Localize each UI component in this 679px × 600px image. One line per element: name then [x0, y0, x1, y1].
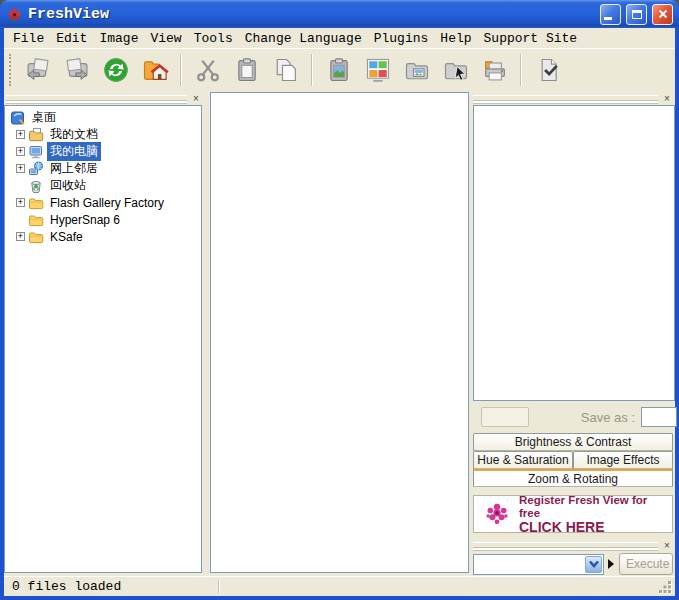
file-list-panel[interactable]: [210, 92, 469, 573]
image-folder-button[interactable]: [397, 51, 436, 89]
toolbar: [4, 48, 675, 90]
tab-hue-saturation[interactable]: Hue & Saturation: [473, 451, 573, 469]
disabled-field: [481, 407, 529, 427]
chevron-down-icon: [587, 558, 601, 570]
thumbnails-icon: [364, 56, 392, 84]
tree-item-desktop[interactable]: 桌面: [5, 109, 201, 126]
expand-icon[interactable]: +: [16, 232, 25, 241]
printer-icon: [481, 56, 509, 84]
check-page-icon: [534, 56, 562, 84]
panel-gripper[interactable]: [6, 95, 187, 101]
computer-icon: [28, 144, 44, 160]
expand-icon[interactable]: +: [16, 147, 25, 156]
clipboard-icon: [233, 56, 261, 84]
copy-button[interactable]: [266, 51, 305, 89]
close-panel-icon[interactable]: ×: [661, 92, 673, 104]
scissors-icon: [194, 56, 222, 84]
toolbar-separator: [180, 54, 182, 86]
close-panel-icon[interactable]: ×: [190, 92, 202, 104]
toolbar-separator: [520, 54, 522, 86]
apply-button[interactable]: [528, 51, 567, 89]
expand-icon[interactable]: +: [16, 198, 25, 207]
register-banner[interactable]: Register Fresh View for free CLICK HERE: [473, 495, 673, 533]
close-button[interactable]: [652, 4, 673, 25]
tree-item-ksafe[interactable]: + KSafe: [5, 228, 201, 245]
folder-cursor-icon: [442, 56, 470, 84]
paste-image-button[interactable]: [319, 51, 358, 89]
close-icon: [656, 7, 670, 21]
menu-plugins[interactable]: Plugins: [368, 29, 435, 48]
network-icon: [28, 161, 44, 177]
menu-help[interactable]: Help: [434, 29, 477, 48]
menu-edit[interactable]: Edit: [50, 29, 93, 48]
statusbar-separator: [218, 580, 220, 593]
folder-icon: [28, 195, 44, 211]
back-button[interactable]: [18, 51, 57, 89]
tree-item-hypersnap-6[interactable]: HyperSnap 6: [5, 211, 201, 228]
tab-brightness-contrast[interactable]: Brightness & Contrast: [473, 433, 673, 451]
tree-item-recycle-bin[interactable]: 回收站: [5, 177, 201, 194]
menu-file[interactable]: File: [7, 29, 50, 48]
menu-tools[interactable]: Tools: [188, 29, 239, 48]
tab-image-effects[interactable]: Image Effects: [573, 451, 673, 469]
forward-button[interactable]: [57, 51, 96, 89]
execute-row: Execute: [471, 551, 675, 576]
resize-grip-icon[interactable]: [659, 581, 672, 594]
folder-tree: 桌面 + 我的文档 + 我的电脑 + 网上邻居: [4, 105, 202, 573]
tree-item-flash-gallery-factory[interactable]: + Flash Gallery Factory: [5, 194, 201, 211]
delete-folder-button[interactable]: [436, 51, 475, 89]
tree-item-my-documents[interactable]: + 我的文档: [5, 126, 201, 143]
image-folder-icon: [403, 56, 431, 84]
tree-item-my-computer[interactable]: + 我的电脑: [5, 143, 201, 160]
editor-tabs: Brightness & Contrast Hue & Saturation I…: [471, 433, 675, 487]
expand-icon[interactable]: +: [16, 164, 25, 173]
menu-view[interactable]: View: [144, 29, 187, 48]
toolbar-separator: [311, 54, 313, 86]
flower-icon: [484, 501, 510, 527]
combobox-value: [474, 555, 584, 574]
refresh-button[interactable]: [96, 51, 135, 89]
menu-support-site[interactable]: Support Site: [478, 29, 584, 48]
tree-panel-header[interactable]: ×: [4, 92, 204, 104]
folder-icon: [28, 212, 44, 228]
panel-gripper[interactable]: [473, 542, 658, 548]
tree-item-label: HyperSnap 6: [47, 212, 123, 228]
tree-item-label: Flash Gallery Factory: [47, 195, 167, 211]
toolbar-grip[interactable]: [9, 54, 13, 86]
expand-icon[interactable]: +: [16, 130, 25, 139]
documents-folder-icon: [28, 127, 44, 143]
forward-icon: [63, 56, 91, 84]
clipboard-image-icon: [325, 56, 353, 84]
paste-button[interactable]: [227, 51, 266, 89]
black-arrow-icon: [608, 559, 614, 569]
folder-tree-panel: × 桌面 + 我的文档 + 我的电脑 +: [4, 92, 204, 576]
close-panel-icon[interactable]: ×: [661, 539, 673, 551]
maximize-button[interactable]: [626, 4, 647, 25]
panel-gripper[interactable]: [473, 95, 658, 101]
preview-panel-header[interactable]: ×: [471, 92, 675, 104]
tab-zoom-rotating[interactable]: Zoom & Rotating: [473, 469, 673, 487]
menu-change-language[interactable]: Change Language: [239, 29, 368, 48]
save-as-input[interactable]: [641, 407, 677, 427]
status-text: 0 files loaded: [12, 579, 218, 594]
action-combobox[interactable]: [473, 554, 604, 575]
combobox-arrow-button[interactable]: [585, 556, 602, 573]
folder-icon: [28, 229, 44, 245]
main-area: × 桌面 + 我的文档 + 我的电脑 +: [4, 90, 675, 576]
save-as-label: Save as :: [581, 410, 641, 425]
minimize-button[interactable]: [600, 4, 621, 25]
app-flower-icon: [6, 6, 23, 23]
minimize-icon: [604, 17, 612, 20]
thumbnail-view-button[interactable]: [358, 51, 397, 89]
execute-button[interactable]: Execute: [619, 553, 673, 575]
preview-panel: × Save as : Brightness & Contrast Hue & …: [471, 92, 675, 576]
refresh-icon: [102, 56, 130, 84]
home-button[interactable]: [135, 51, 174, 89]
execute-panel-header[interactable]: ×: [471, 539, 675, 551]
menu-image[interactable]: Image: [93, 29, 144, 48]
recycle-bin-icon: [28, 178, 44, 194]
cut-button[interactable]: [188, 51, 227, 89]
print-button[interactable]: [475, 51, 514, 89]
save-as-row: Save as :: [471, 401, 675, 433]
tree-item-network-places[interactable]: + 网上邻居: [5, 160, 201, 177]
